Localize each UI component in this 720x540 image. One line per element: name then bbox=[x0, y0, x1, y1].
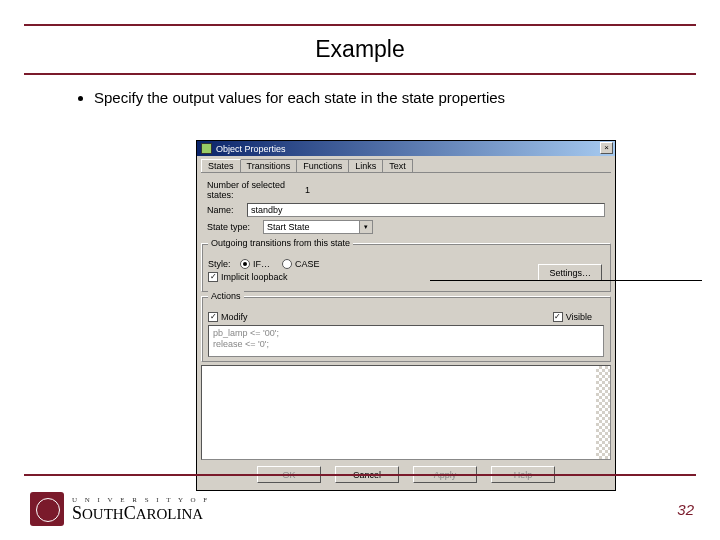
outgoing-fieldset: Outgoing transitions from this state Sty… bbox=[201, 243, 611, 292]
radio-case[interactable]: CASE bbox=[282, 259, 320, 269]
num-states-label: Number of selected states: bbox=[207, 180, 305, 200]
chevron-down-icon: ▾ bbox=[359, 221, 372, 233]
usc-logo: U N I V E R S I T Y O F SOUTHCAROLINA bbox=[30, 492, 210, 526]
scrollbar[interactable] bbox=[596, 366, 610, 459]
state-type-value: Start State bbox=[267, 222, 310, 232]
logo-line2: SOUTHCAROLINA bbox=[72, 504, 210, 522]
state-type-select[interactable]: Start State ▾ bbox=[263, 220, 373, 234]
tab-functions[interactable]: Functions bbox=[296, 159, 349, 172]
tab-panel: Number of selected states: 1 Name: stand… bbox=[201, 173, 611, 239]
dialog-icon bbox=[201, 143, 212, 154]
check-visible[interactable]: ✓Visible bbox=[553, 312, 592, 322]
divider-top bbox=[24, 24, 696, 26]
usc-logo-text: U N I V E R S I T Y O F SOUTHCAROLINA bbox=[72, 497, 210, 522]
slide: Example Specify the output values for ea… bbox=[0, 0, 720, 540]
settings-button[interactable]: Settings… bbox=[538, 264, 602, 281]
dialog-titlebar[interactable]: Object Properties × bbox=[197, 141, 615, 156]
divider-under-title bbox=[24, 73, 696, 75]
num-states-value: 1 bbox=[305, 185, 310, 195]
actions-fieldset: Actions ✓Modify ✓Visible pb_lamp <= '00'… bbox=[201, 296, 611, 362]
check-modify[interactable]: ✓Modify bbox=[208, 312, 248, 322]
tab-links[interactable]: Links bbox=[348, 159, 383, 172]
check-loopback[interactable]: ✓Implicit loopback bbox=[208, 272, 288, 282]
callout-arrow bbox=[430, 280, 702, 281]
actions-textarea[interactable]: pb_lamp <= '00'; release <= '0'; bbox=[208, 325, 604, 357]
name-field[interactable]: standby bbox=[247, 203, 605, 217]
outgoing-legend: Outgoing transitions from this state bbox=[208, 238, 353, 248]
logo-line1: U N I V E R S I T Y O F bbox=[72, 497, 210, 504]
state-list[interactable] bbox=[201, 365, 611, 460]
tab-strip: States Transitions Functions Links Text bbox=[201, 159, 611, 173]
bullet-item: Specify the output values for each state… bbox=[94, 89, 690, 106]
usc-seal-icon bbox=[30, 492, 64, 526]
close-icon[interactable]: × bbox=[600, 142, 613, 154]
radio-if[interactable]: IF… bbox=[240, 259, 270, 269]
page-number: 32 bbox=[677, 501, 694, 518]
state-type-label: State type: bbox=[207, 222, 263, 232]
name-label: Name: bbox=[207, 205, 247, 215]
footer-divider bbox=[24, 474, 696, 476]
object-properties-dialog: Object Properties × States Transitions F… bbox=[196, 140, 616, 491]
style-label: Style: bbox=[208, 259, 240, 269]
bullet-list: Specify the output values for each state… bbox=[54, 89, 690, 106]
slide-title: Example bbox=[24, 36, 696, 63]
actions-legend: Actions bbox=[208, 291, 244, 301]
dialog-title-text: Object Properties bbox=[216, 144, 286, 154]
tab-text[interactable]: Text bbox=[382, 159, 413, 172]
tab-transitions[interactable]: Transitions bbox=[240, 159, 298, 172]
tab-states[interactable]: States bbox=[201, 159, 241, 172]
